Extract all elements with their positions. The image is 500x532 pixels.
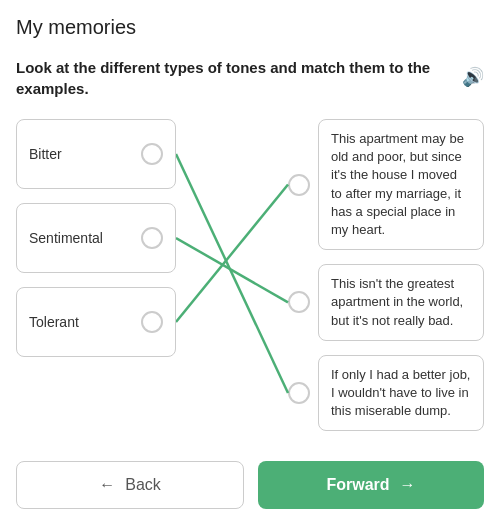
back-arrow-icon bbox=[99, 476, 115, 494]
left-dot-1[interactable] bbox=[141, 227, 163, 249]
left-item-label: Tolerant bbox=[29, 314, 79, 330]
matching-area: BitterSentimentalTolerant This apartment… bbox=[16, 119, 484, 431]
left-item-sentimental[interactable]: Sentimental bbox=[16, 203, 176, 273]
left-dot-0[interactable] bbox=[141, 143, 163, 165]
right-item-wrap-2: If only I had a better job, I wouldn't h… bbox=[299, 355, 484, 432]
left-item-bitter[interactable]: Bitter bbox=[16, 119, 176, 189]
left-dot-2[interactable] bbox=[141, 311, 163, 333]
left-column: BitterSentimentalTolerant bbox=[16, 119, 176, 431]
forward-arrow-icon bbox=[400, 476, 416, 494]
instruction-text: Look at the different types of tones and… bbox=[16, 57, 484, 99]
audio-icon[interactable]: 🔊 bbox=[462, 65, 484, 90]
forward-label: Forward bbox=[326, 476, 389, 494]
left-item-label: Sentimental bbox=[29, 230, 103, 246]
back-label: Back bbox=[125, 476, 161, 494]
back-button[interactable]: Back bbox=[16, 461, 244, 509]
right-item-r2[interactable]: This isn't the greatest apartment in the… bbox=[318, 264, 484, 341]
svg-line-1 bbox=[176, 238, 288, 302]
right-item-r1[interactable]: This apartment may be old and poor, but … bbox=[318, 119, 484, 250]
svg-line-2 bbox=[176, 185, 288, 322]
right-item-r3[interactable]: If only I had a better job, I wouldn't h… bbox=[318, 355, 484, 432]
svg-line-0 bbox=[176, 154, 288, 393]
right-item-wrap-1: This isn't the greatest apartment in the… bbox=[299, 264, 484, 341]
bottom-buttons: Back Forward bbox=[16, 461, 484, 509]
left-item-tolerant[interactable]: Tolerant bbox=[16, 287, 176, 357]
forward-button[interactable]: Forward bbox=[258, 461, 484, 509]
page-title: My memories bbox=[16, 16, 484, 39]
left-item-label: Bitter bbox=[29, 146, 62, 162]
right-item-wrap-0: This apartment may be old and poor, but … bbox=[299, 119, 484, 250]
right-column: This apartment may be old and poor, but … bbox=[299, 119, 484, 431]
